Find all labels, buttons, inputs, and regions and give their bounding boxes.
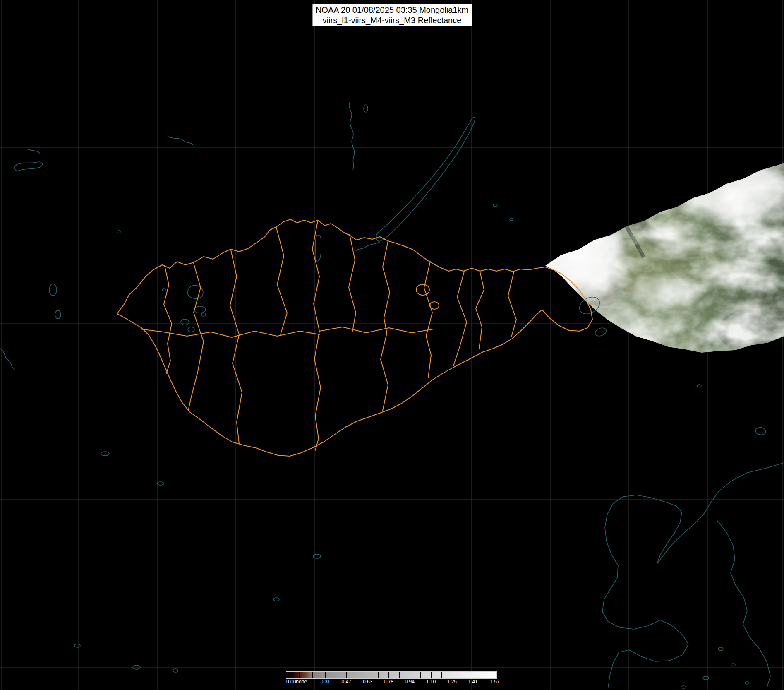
title-line-2: viirs_l1-viirs_M4-viirs_M3 Reflectance <box>316 15 468 26</box>
colorbar-tick <box>357 672 357 678</box>
colorbar-tick <box>399 672 400 678</box>
colorbar-tick <box>388 672 389 678</box>
colorbar-label: 0.78 <box>384 679 393 685</box>
colorbar-label-min: 0.00none <box>286 679 307 685</box>
colorbar-tick <box>346 672 347 678</box>
plot-title: NOAA 20 01/08/2025 03:35 Mongolia1km vii… <box>312 4 472 26</box>
colorbar-label: 1.25 <box>447 679 457 685</box>
colorbar-tick <box>325 672 326 678</box>
colorbar-tick <box>431 672 432 678</box>
colorbar-label: 1.10 <box>426 679 436 685</box>
colorbar-tick <box>495 672 495 678</box>
colorbar-label: 0.94 <box>405 679 415 685</box>
colorbar-tick <box>420 672 421 678</box>
colorbar-gradient <box>286 672 496 678</box>
colorbar-tick <box>368 672 368 678</box>
colorbar-label: 0.31 <box>321 679 330 685</box>
colorbar-unit: none <box>296 679 307 685</box>
map-canvas[interactable] <box>0 0 784 690</box>
colorbar-tick <box>312 672 313 678</box>
satellite-viewer: NOAA 20 01/08/2025 03:35 Mongolia1km vii… <box>0 0 784 690</box>
colorbar-labels: 0.00none 0.31 0.47 0.63 0.78 0.94 1.10 1… <box>286 679 496 685</box>
reflectance-colorbar: 0.00none 0.31 0.47 0.63 0.78 0.94 1.10 1… <box>286 672 496 686</box>
colorbar-label: 0.47 <box>342 679 351 685</box>
colorbar-tick <box>286 672 287 678</box>
title-line-1: NOAA 20 01/08/2025 03:35 Mongolia1km <box>316 5 468 15</box>
colorbar-tick <box>473 672 473 678</box>
colorbar-tick <box>378 672 379 678</box>
colorbar-tick <box>336 672 336 678</box>
colorbar-tick <box>452 672 452 678</box>
colorbar-tick <box>299 672 300 678</box>
colorbar-label: 1.57 <box>490 679 499 685</box>
colorbar-tick <box>463 672 463 678</box>
colorbar-tick <box>441 672 442 678</box>
colorbar-tick <box>484 672 484 678</box>
colorbar-label: 1.41 <box>468 679 477 685</box>
colorbar-label: 0.63 <box>363 679 372 685</box>
colorbar-tick <box>410 672 410 678</box>
